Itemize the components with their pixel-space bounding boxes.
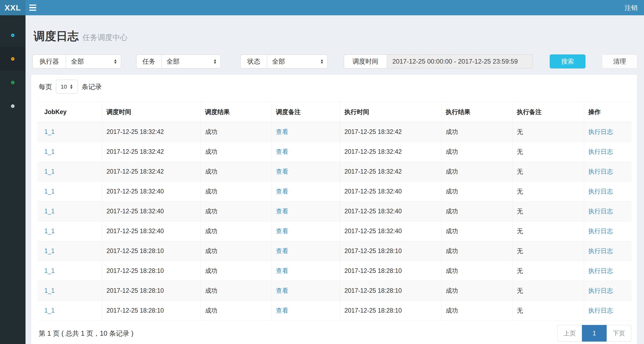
view-trigger-msg-link[interactable]: 查看 [276,247,288,254]
time-range-input[interactable]: 2017-12-25 00:00:00 - 2017-12-25 23:59:5… [387,54,533,68]
table-row: 1_12017-12-25 18:32:42成功查看2017-12-25 18:… [38,122,632,142]
exec-log-link[interactable]: 执行日志 [588,188,613,195]
trigger-result-cell: 成功 [201,241,272,261]
pagination: 上页 1 下页 [557,325,631,342]
page-size-select[interactable]: 10 ▲▼ [56,80,78,94]
sidebar-item-3[interactable] [0,71,26,94]
exec-log-link[interactable]: 执行日志 [588,287,613,294]
jobkey-link-cell: 1_1 [38,261,102,281]
column-header: 执行时间 [340,102,441,122]
view-trigger-msg-link[interactable]: 查看 [276,188,288,195]
view-trigger-msg-link-cell: 查看 [272,202,340,221]
job-log-table: JobKey调度时间调度结果调度备注执行时间执行结果执行备注操作 1_12017… [38,102,632,321]
trigger-result-cell: 成功 [201,142,272,162]
view-trigger-msg-link[interactable]: 查看 [276,128,288,135]
hamburger-icon [29,5,36,11]
pagination-summary: 第 1 页 ( 总共 1 页，10 条记录 ) [39,329,133,338]
exec-log-link-cell: 执行日志 [584,221,632,241]
select-arrows-icon: ▲▼ [320,59,324,64]
exec-log-link[interactable]: 执行日志 [588,247,613,254]
column-header: 操作 [584,102,632,122]
handle-time-cell: 2017-12-25 18:32:42 [340,142,441,162]
app-logo[interactable]: XXL [0,0,26,15]
exec-log-link-cell: 执行日志 [584,182,632,202]
view-trigger-msg-link[interactable]: 查看 [276,287,288,294]
exec-log-link[interactable]: 执行日志 [588,148,613,155]
trigger-result-cell: 成功 [201,301,272,321]
view-trigger-msg-link[interactable]: 查看 [276,267,288,274]
jobkey-link[interactable]: 1_1 [44,267,55,274]
sidebar-toggle-button[interactable] [26,0,40,15]
view-trigger-msg-link[interactable]: 查看 [276,228,288,235]
table-row: 1_12017-12-25 18:28:10成功查看2017-12-25 18:… [38,281,632,301]
jobkey-link[interactable]: 1_1 [44,128,55,135]
sidebar-item-2[interactable] [0,47,26,71]
status-filter-group: 状态 全部 ▲▼ [240,54,328,68]
exec-log-link[interactable]: 执行日志 [588,168,613,175]
jobkey-link[interactable]: 1_1 [44,287,55,294]
exec-log-link[interactable]: 执行日志 [588,307,613,314]
view-trigger-msg-link[interactable]: 查看 [276,148,288,155]
handle-result-cell: 成功 [441,122,512,142]
view-trigger-msg-link-cell: 查看 [272,241,340,261]
view-trigger-msg-link[interactable]: 查看 [276,208,288,215]
clear-button[interactable]: 清理 [602,54,637,68]
jobkey-link-cell: 1_1 [38,281,102,301]
trigger-time-cell: 2017-12-25 18:32:40 [102,182,201,202]
exec-log-link-cell: 执行日志 [584,202,632,221]
trigger-time-cell: 2017-12-25 18:32:40 [102,202,201,221]
view-trigger-msg-link[interactable]: 查看 [276,168,288,175]
jobkey-link[interactable]: 1_1 [44,247,55,254]
exec-log-link[interactable]: 执行日志 [588,208,613,215]
jobkey-link-cell: 1_1 [38,221,102,241]
circle-outline-aqua-icon [11,34,15,37]
select-arrows-icon: ▲▼ [70,84,73,89]
view-trigger-msg-link[interactable]: 查看 [276,307,288,314]
column-header: 调度备注 [272,102,340,122]
table-row: 1_12017-12-25 18:32:42成功查看2017-12-25 18:… [38,142,632,162]
handle-time-cell: 2017-12-25 18:32:42 [340,122,441,142]
sidebar-item-1[interactable] [0,23,26,47]
current-page-button[interactable]: 1 [582,325,607,342]
jobkey-link[interactable]: 1_1 [44,228,55,235]
handle-result-cell: 成功 [441,301,512,321]
page-size-value: 10 [61,83,67,90]
trigger-time-cell: 2017-12-25 18:28:10 [102,301,201,321]
handle-msg-cell: 无 [512,182,584,202]
exec-log-link[interactable]: 执行日志 [588,228,613,235]
jobkey-link-cell: 1_1 [38,162,102,182]
view-trigger-msg-link-cell: 查看 [272,182,340,202]
exec-log-link[interactable]: 执行日志 [588,128,613,135]
trigger-result-cell: 成功 [201,261,272,281]
exec-log-link-cell: 执行日志 [584,241,632,261]
logout-link[interactable]: 注销 [625,3,638,12]
handle-result-cell: 成功 [441,142,512,162]
view-trigger-msg-link-cell: 查看 [272,221,340,241]
search-button[interactable]: 搜索 [550,54,585,68]
exec-log-link[interactable]: 执行日志 [588,267,613,274]
jobkey-link[interactable]: 1_1 [44,188,55,195]
executor-select[interactable]: 全部 ▲▼ [66,54,121,68]
job-select-value: 全部 [167,57,213,66]
table-row: 1_12017-12-25 18:32:40成功查看2017-12-25 18:… [38,221,632,241]
handle-result-cell: 成功 [441,281,512,301]
jobkey-link[interactable]: 1_1 [44,148,55,155]
exec-log-link-cell: 执行日志 [584,301,632,321]
trigger-result-cell: 成功 [201,202,272,221]
handle-msg-cell: 无 [512,261,584,281]
next-page-button[interactable]: 下页 [607,325,631,342]
handle-result-cell: 成功 [441,261,512,281]
status-select[interactable]: 全部 ▲▼ [267,54,328,68]
handle-msg-cell: 无 [512,122,584,142]
prev-page-button[interactable]: 上页 [557,325,582,342]
job-select[interactable]: 全部 ▲▼ [161,54,221,68]
jobkey-link[interactable]: 1_1 [44,168,55,175]
select-arrows-icon: ▲▼ [213,59,217,64]
trigger-result-cell: 成功 [201,122,272,142]
jobkey-link-cell: 1_1 [38,202,102,221]
status-filter-label: 状态 [240,54,267,68]
table-row: 1_12017-12-25 18:32:40成功查看2017-12-25 18:… [38,182,632,202]
jobkey-link[interactable]: 1_1 [44,208,55,215]
jobkey-link[interactable]: 1_1 [44,307,55,314]
sidebar-item-4[interactable] [0,94,26,118]
